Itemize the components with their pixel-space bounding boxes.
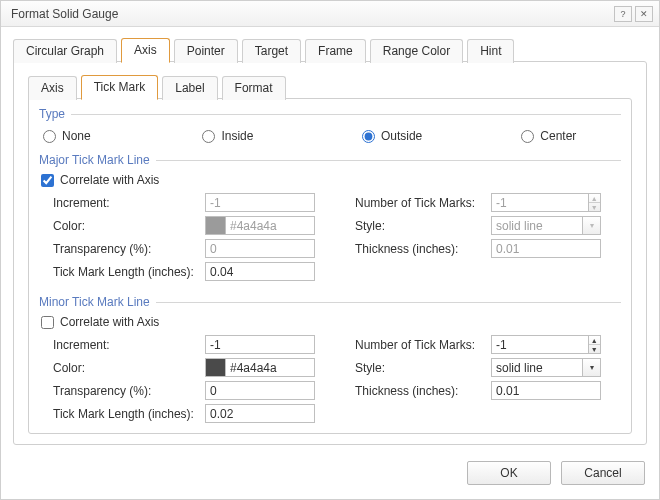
content-area: Circular Graph Axis Pointer Target Frame… <box>1 27 659 451</box>
major-color-label: Color: <box>53 219 205 233</box>
tab-pointer[interactable]: Pointer <box>174 39 238 63</box>
close-icon[interactable]: ✕ <box>635 6 653 22</box>
minor-thickness-label: Thickness (inches): <box>355 384 491 398</box>
minor-color-picker[interactable] <box>205 358 315 377</box>
major-grid: Increment: Number of Tick Marks: ▲▼ Colo… <box>39 193 621 281</box>
tab-hint[interactable]: Hint <box>467 39 514 63</box>
outer-tab-panel: Axis Tick Mark Label Format Type None <box>13 61 647 445</box>
minor-count-label: Number of Tick Marks: <box>355 338 491 352</box>
minor-style-input[interactable] <box>491 358 583 377</box>
major-ticklen-label: Tick Mark Length (inches): <box>53 265 205 279</box>
minor-thickness-input[interactable] <box>491 381 601 400</box>
help-icon[interactable]: ? <box>614 6 632 22</box>
major-correlate[interactable]: Correlate with Axis <box>39 171 621 193</box>
chevron-down-icon[interactable]: ▾ <box>583 216 601 235</box>
major-style-label: Style: <box>355 219 491 233</box>
fs-minor-title: Minor Tick Mark Line <box>39 295 156 309</box>
radio-none-label: None <box>62 129 91 143</box>
window-title: Format Solid Gauge <box>11 7 611 21</box>
radio-center-input[interactable] <box>521 130 534 143</box>
minor-count-spin-buttons[interactable]: ▲▼ <box>589 335 601 354</box>
radio-outside-label: Outside <box>381 129 422 143</box>
fs-minor: Minor Tick Mark Line Correlate with Axis… <box>39 291 621 423</box>
tab-target[interactable]: Target <box>242 39 301 63</box>
outer-tabs: Circular Graph Axis Pointer Target Frame… <box>13 37 647 62</box>
major-color-input[interactable] <box>225 216 315 235</box>
minor-increment-label: Increment: <box>53 338 205 352</box>
major-increment-input[interactable] <box>205 193 315 212</box>
minor-style-combo[interactable]: ▾ <box>491 358 601 377</box>
inner-tab-label[interactable]: Label <box>162 76 217 100</box>
major-count-input[interactable] <box>491 193 589 212</box>
tab-circular-graph[interactable]: Circular Graph <box>13 39 117 63</box>
radio-center-label: Center <box>540 129 576 143</box>
titlebar: Format Solid Gauge ? ✕ <box>1 1 659 27</box>
major-style-combo[interactable]: ▾ <box>491 216 601 235</box>
dialog-window: Format Solid Gauge ? ✕ Circular Graph Ax… <box>0 0 660 500</box>
major-color-swatch[interactable] <box>205 216 225 235</box>
major-correlate-checkbox[interactable] <box>41 174 54 187</box>
dialog-footer: OK Cancel <box>1 451 659 499</box>
minor-grid: Increment: Number of Tick Marks: ▲▼ Colo… <box>39 335 621 423</box>
major-thickness-input[interactable] <box>491 239 601 258</box>
major-count-spinner[interactable]: ▲▼ <box>491 193 601 212</box>
minor-color-label: Color: <box>53 361 205 375</box>
ok-button[interactable]: OK <box>467 461 551 485</box>
radio-none[interactable]: None <box>43 129 202 143</box>
major-increment-label: Increment: <box>53 196 205 210</box>
minor-ticklen-input[interactable] <box>205 404 315 423</box>
type-radio-group: None Inside Outside Center <box>39 125 621 145</box>
fs-major: Major Tick Mark Line Correlate with Axis… <box>39 149 621 281</box>
inner-tab-panel: Type None Inside <box>28 98 632 434</box>
tab-axis[interactable]: Axis <box>121 38 170 63</box>
radio-inside[interactable]: Inside <box>202 129 361 143</box>
radio-inside-label: Inside <box>221 129 253 143</box>
major-style-input[interactable] <box>491 216 583 235</box>
minor-transparency-label: Transparency (%): <box>53 384 205 398</box>
major-color-picker[interactable] <box>205 216 315 235</box>
major-thickness-label: Thickness (inches): <box>355 242 491 256</box>
minor-correlate-checkbox[interactable] <box>41 316 54 329</box>
major-transparency-label: Transparency (%): <box>53 242 205 256</box>
tab-range-color[interactable]: Range Color <box>370 39 463 63</box>
major-count-label: Number of Tick Marks: <box>355 196 491 210</box>
minor-color-swatch[interactable] <box>205 358 225 377</box>
major-transparency-input[interactable] <box>205 239 315 258</box>
radio-center[interactable]: Center <box>521 129 617 143</box>
major-ticklen-input[interactable] <box>205 262 315 281</box>
minor-count-input[interactable] <box>491 335 589 354</box>
chevron-down-icon[interactable]: ▾ <box>583 358 601 377</box>
minor-correlate[interactable]: Correlate with Axis <box>39 313 621 335</box>
minor-ticklen-label: Tick Mark Length (inches): <box>53 407 205 421</box>
inner-tab-format[interactable]: Format <box>222 76 286 100</box>
inner-tab-tick-mark[interactable]: Tick Mark <box>81 75 159 100</box>
fs-type: Type None Inside <box>39 107 621 145</box>
inner-tab-axis[interactable]: Axis <box>28 76 77 100</box>
minor-transparency-input[interactable] <box>205 381 315 400</box>
radio-outside[interactable]: Outside <box>362 129 521 143</box>
inner-tabs: Axis Tick Mark Label Format <box>28 74 632 99</box>
radio-inside-input[interactable] <box>202 130 215 143</box>
minor-correlate-label: Correlate with Axis <box>60 315 159 329</box>
minor-style-label: Style: <box>355 361 491 375</box>
major-count-spin-buttons[interactable]: ▲▼ <box>589 193 601 212</box>
fs-major-title: Major Tick Mark Line <box>39 153 156 167</box>
minor-color-input[interactable] <box>225 358 315 377</box>
minor-increment-input[interactable] <box>205 335 315 354</box>
cancel-button[interactable]: Cancel <box>561 461 645 485</box>
minor-count-spinner[interactable]: ▲▼ <box>491 335 601 354</box>
fs-type-title: Type <box>39 107 71 121</box>
tab-frame[interactable]: Frame <box>305 39 366 63</box>
radio-outside-input[interactable] <box>362 130 375 143</box>
radio-none-input[interactable] <box>43 130 56 143</box>
major-correlate-label: Correlate with Axis <box>60 173 159 187</box>
